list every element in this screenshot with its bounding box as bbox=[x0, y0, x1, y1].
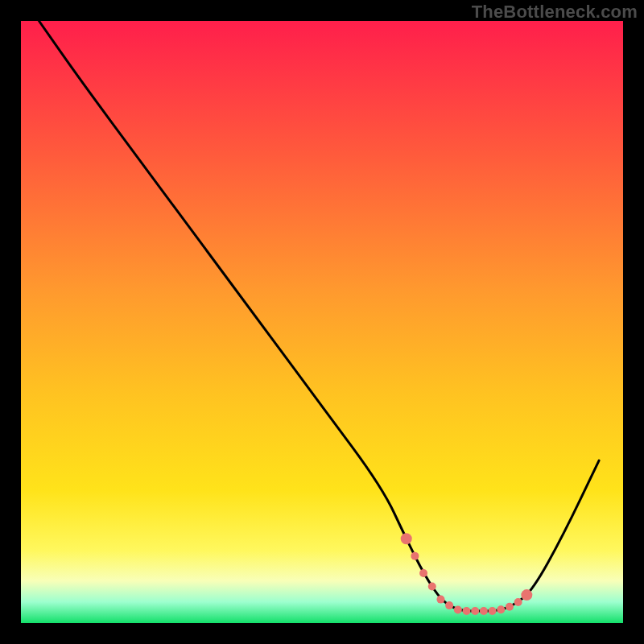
svg-point-1 bbox=[411, 552, 419, 560]
svg-point-2 bbox=[419, 569, 427, 577]
svg-point-3 bbox=[428, 583, 436, 591]
svg-point-9 bbox=[480, 607, 488, 615]
bottleneck-chart bbox=[0, 0, 644, 644]
svg-point-10 bbox=[489, 607, 497, 615]
svg-point-4 bbox=[436, 596, 444, 604]
svg-point-12 bbox=[506, 603, 514, 611]
chart-frame: TheBottleneck.com bbox=[0, 0, 644, 644]
svg-point-6 bbox=[454, 605, 462, 613]
svg-point-8 bbox=[471, 607, 479, 615]
svg-point-7 bbox=[463, 607, 471, 615]
svg-point-14 bbox=[521, 589, 532, 601]
svg-point-13 bbox=[514, 598, 522, 606]
svg-point-11 bbox=[497, 605, 505, 613]
svg-point-5 bbox=[445, 601, 453, 609]
watermark-label: TheBottleneck.com bbox=[472, 2, 638, 23]
svg-point-0 bbox=[401, 533, 412, 544]
plot-background bbox=[21, 21, 623, 623]
